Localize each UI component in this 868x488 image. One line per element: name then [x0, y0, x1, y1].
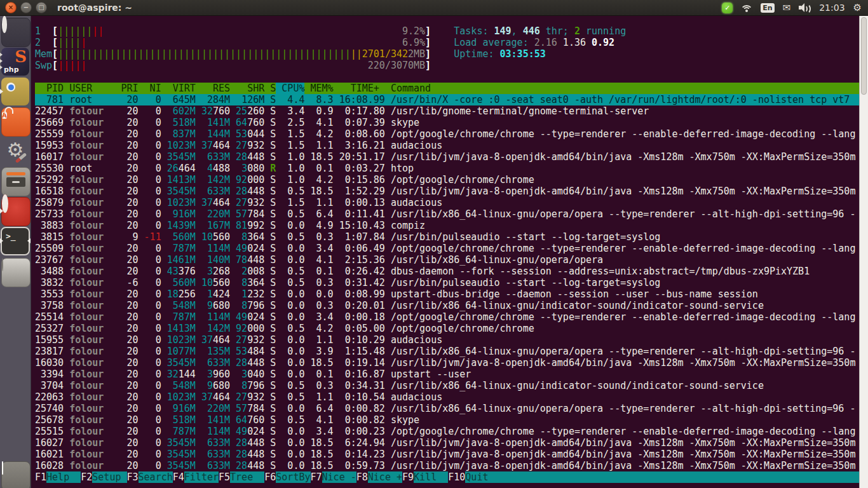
process-row-3832[interactable]: 3832 folour -6 0 560M 10560 8364 S 0.5 0… — [35, 277, 860, 288]
swap-meter: Swp[||||| 220/3070MB] — [35, 60, 860, 71]
memory-meter: Mem[||||||||||||||||||||||||||||||||||||… — [35, 48, 860, 60]
launcher-terminal[interactable]: >_ — [1, 227, 30, 255]
window-maximize-button[interactable]: □ — [36, 2, 47, 13]
terminal-focused-arrow-icon — [27, 238, 31, 243]
process-row-3553[interactable]: 3553 folour 20 0 18256 1424 1232 S 0.0 0… — [35, 288, 860, 300]
ubuntu-logo-icon — [2, 16, 7, 33]
fkey-F7-key[interactable]: F7 — [311, 471, 322, 483]
process-row-25669[interactable]: 25669 folour 20 0 518M 141M 64760 S 2.5 … — [35, 117, 860, 128]
window-title: root@aspire: ~ — [57, 3, 132, 13]
fkey-F1-label[interactable]: Help — [46, 471, 81, 483]
launcher-archive[interactable] — [1, 167, 31, 196]
launcher-dash[interactable] — [1, 18, 31, 47]
fkey-F5-key[interactable]: F5 — [219, 471, 230, 483]
fkey-F5-label[interactable]: Tree — [230, 471, 264, 483]
process-row-25509[interactable]: 25509 folour 20 0 787M 114M 49024 S 0.0 … — [35, 243, 860, 254]
window-controls: × − □ — [5, 2, 47, 13]
process-row-25559[interactable]: 25559 folour 20 0 837M 144M 53044 S 1.5 … — [35, 128, 860, 140]
process-row-25530[interactable]: 25530 root 20 0 26464 4488 3080 R 1.0 0.… — [35, 163, 860, 174]
terminal-running-arrow-icon — [0, 238, 3, 243]
fkey-F10-key[interactable]: F10 — [448, 471, 465, 483]
status-online-icon[interactable]: ✓ — [722, 3, 733, 13]
volume-icon[interactable] — [799, 3, 811, 12]
settings-gear-icon: ⚙ — [1, 137, 29, 163]
session-gear-icon[interactable]: ⚙ — [853, 2, 862, 13]
launcher-trash[interactable] — [1, 461, 31, 488]
system-tray: ✓ En ✉ 21:03 ⚙ — [722, 2, 862, 13]
fkey-F8-label[interactable]: Nice + — [368, 471, 402, 483]
launcher-disk[interactable] — [1, 258, 31, 287]
fkey-F2-key[interactable]: F2 — [81, 471, 92, 483]
chrome-running-arrow-icon — [0, 89, 3, 94]
process-row-3758[interactable]: 3758 folour 20 0 548M 9680 8796 S 0.0 0.… — [35, 300, 860, 311]
top-panel: × − □ root@aspire: ~ ✓ En ✉ 21:03 ⚙ — [0, 0, 868, 16]
process-row-23767[interactable]: 23767 folour 20 0 1461M 140M 78448 S 0.0… — [35, 254, 860, 266]
process-row-25292[interactable]: 25292 folour 20 0 1413M 142M 92000 S 1.0… — [35, 174, 860, 186]
fkey-F6-label[interactable]: SortBy — [276, 471, 310, 483]
process-row-16028[interactable]: 16028 folour 20 0 3545M 633M 28448 S 0.0… — [35, 460, 860, 471]
htop-screen[interactable]: 1 [|||||||| 9.2%] Tasks: 149, 446 thr; 2… — [31, 15, 860, 488]
cpu1-meter: 1 [|||||||| 9.2%] Tasks: 149, 446 thr; 2… — [35, 25, 860, 37]
network-wifi-icon[interactable] — [741, 3, 752, 12]
terminal-scrollbar[interactable] — [859, 15, 868, 488]
launcher-phpstorm[interactable]: php S — [1, 48, 29, 76]
process-row-25678[interactable]: 25678 folour 20 0 518M 141M 64760 S 0.5 … — [35, 414, 860, 426]
fkey-F3-label[interactable]: Search — [139, 471, 173, 483]
process-row-22063[interactable]: 22063 folour 20 0 1023M 37464 27932 S 0.… — [35, 391, 860, 403]
messages-icon[interactable]: ✉ — [783, 2, 791, 13]
fkey-F9-label[interactable]: Kill — [414, 471, 448, 483]
fkey-F9-key[interactable]: F9 — [402, 471, 414, 483]
process-row-3488[interactable]: 3488 folour 20 0 43376 3268 2008 S 0.5 0… — [35, 266, 860, 277]
window-minimize-button[interactable]: − — [20, 2, 32, 13]
process-row-22457[interactable]: 22457 folour 20 0 602M 32760 25260 S 3.4… — [35, 105, 860, 117]
fkey-F7-label[interactable]: Nice - — [322, 471, 356, 483]
phpstorm-running-pip-icon — [0, 59, 3, 63]
process-row-3394[interactable]: 3394 folour 20 0 32144 3960 3040 S 0.0 0… — [35, 369, 860, 380]
process-row-23817[interactable]: 23817 folour 20 0 1077M 135M 53484 S 0.0… — [35, 346, 860, 357]
disk-icon — [2, 258, 3, 271]
window-close-button[interactable]: × — [5, 2, 17, 13]
software-center-icon: A — [2, 112, 7, 119]
process-row-25879[interactable]: 25879 folour 20 0 1023M 37464 27932 S 1.… — [35, 197, 860, 208]
spacer-line — [35, 71, 860, 83]
process-row-25515[interactable]: 25515 folour 20 0 787M 114M 49024 S 0.0 … — [35, 426, 860, 437]
phpstorm-s-icon: S — [15, 48, 27, 65]
process-row-25327[interactable]: 25327 folour 20 0 1413M 142M 92000 S 0.5… — [35, 323, 860, 334]
launcher-opera[interactable] — [1, 197, 31, 226]
process-row-25733[interactable]: 25733 folour 20 0 916M 220M 57784 S 0.5 … — [35, 208, 860, 220]
fkey-F10-label[interactable]: Quit — [465, 471, 499, 483]
fkey-F3-key[interactable]: F3 — [127, 471, 139, 483]
trash-icon — [2, 461, 3, 475]
fkey-F1-key[interactable]: F1 — [35, 471, 46, 483]
column-header-row[interactable]: PID USER PRI NI VIRT RES SHR S CPU% MEM%… — [35, 83, 860, 94]
terminal-icon: >_ — [2, 228, 29, 240]
process-row-16518[interactable]: 16518 folour 20 0 3545M 633M 28448 S 0.5… — [35, 186, 860, 197]
fkey-F6-key[interactable]: F6 — [264, 471, 276, 483]
fkey-F8-key[interactable]: F8 — [356, 471, 368, 483]
process-row-25514[interactable]: 25514 folour 20 0 787M 114M 49024 S 0.0 … — [35, 311, 860, 323]
process-row-25740[interactable]: 25740 folour 20 0 916M 220M 57784 S 0.0 … — [35, 403, 860, 414]
process-row-3704[interactable]: 3704 folour 20 0 548M 9680 8796 S 0.5 0.… — [35, 380, 860, 391]
clock[interactable]: 21:03 — [819, 3, 844, 13]
fkey-F4-label[interactable]: Filter — [184, 471, 219, 483]
scrollbar-thumb[interactable] — [861, 17, 867, 95]
launcher-system-settings[interactable]: ⚙ — [1, 137, 29, 165]
process-row-781-selected[interactable]: 781 root 20 0 645M 284M 126M S 4.4 8.3 1… — [35, 94, 860, 105]
function-key-bar[interactable]: F1Help F2Setup F3SearchF4FilterF5Tree F6… — [35, 471, 860, 483]
process-row-15955[interactable]: 15955 folour 20 0 1023M 37464 27932 S 0.… — [35, 334, 860, 346]
launcher-chrome[interactable] — [1, 78, 29, 105]
archive-folder-icon — [6, 172, 25, 175]
process-row-16027[interactable]: 16027 folour 20 0 3545M 633M 28448 S 0.0… — [35, 437, 860, 449]
fkey-F4-key[interactable]: F4 — [173, 471, 184, 483]
process-row-3815[interactable]: 3815 folour 9 -11 560M 10560 8364 S 0.5 … — [35, 231, 860, 243]
archive-drawer-icon — [6, 177, 25, 187]
process-row-15953[interactable]: 15953 folour 20 0 1023M 37464 27932 S 1.… — [35, 140, 860, 151]
process-row-3883[interactable]: 3883 folour 20 0 1439M 167M 81992 S 0.0 … — [35, 220, 860, 231]
phpstorm-running-pip-icon — [0, 65, 3, 69]
process-row-16017[interactable]: 16017 folour 20 0 3545M 633M 28448 S 1.0… — [35, 151, 860, 163]
process-row-16030[interactable]: 16030 folour 20 0 3545M 633M 28448 S 0.0… — [35, 357, 860, 369]
process-row-16021[interactable]: 16021 folour 20 0 3545M 633M 28448 S 0.0… — [35, 449, 860, 460]
keyboard-layout-indicator[interactable]: En — [761, 3, 774, 13]
fkey-F2-label[interactable]: Setup — [92, 471, 126, 483]
launcher-software-center[interactable]: A — [1, 107, 31, 137]
